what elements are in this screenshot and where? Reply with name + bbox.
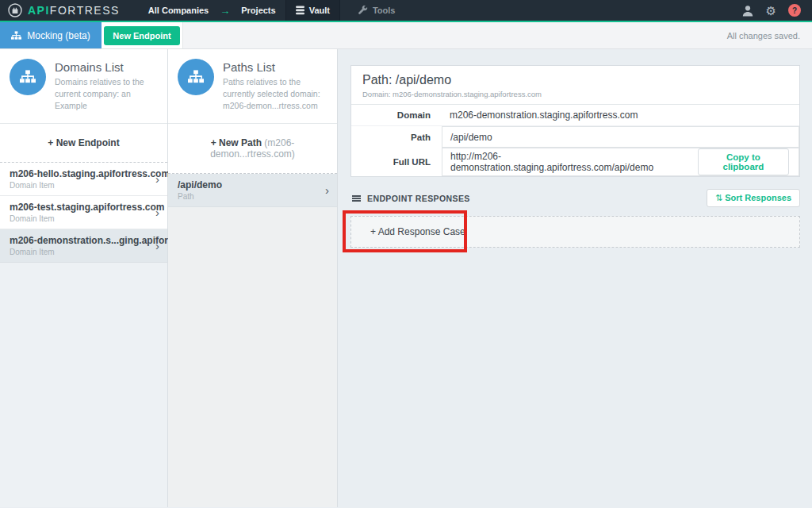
vault-database-icon [296,6,304,15]
settings-gear-icon[interactable]: ⚙ [766,5,776,17]
nav-projects-label: Projects [241,6,275,15]
topbar: APIFORTRESS All Companies → Projects Vau… [0,0,812,21]
domain-field-value: m206-demonstration.staging.apifortress.c… [442,105,799,125]
domains-badge [10,59,46,95]
domain-item-type: Domain Item [10,181,152,190]
domain-item-name: m206-hello.staging.apifortress.com [10,168,152,179]
paths-panel-header: Paths List Paths relatives to the curren… [168,49,337,124]
path-detail-card: Path: /api/demo Domain: m206-demonstrati… [350,65,800,177]
nav-projects[interactable]: Projects [232,0,285,21]
tab-mocking-beta[interactable]: Mocking (beta) [0,22,102,48]
chevron-right-icon: › [152,239,159,252]
copy-to-clipboard-button[interactable]: Copy to clipboard [698,148,789,175]
logo-text-api: API [28,4,50,17]
domains-panel-title: Domains List [55,60,158,74]
help-icon[interactable]: ? [788,4,801,17]
save-status: All changes saved. [727,22,812,48]
endpoint-responses-title: ENDPOINT RESPONSES [367,194,470,203]
domain-item-hello[interactable]: m206-hello.staging.apifortress.com Domai… [0,163,167,196]
paths-panel-title: Paths List [223,60,327,74]
paths-panel-subtitle: Paths relatives to the currently selecte… [223,76,327,113]
new-endpoint-segment: New Endpoint [102,22,183,48]
sort-arrows-icon: ⇅ [715,193,722,202]
new-endpoint-button[interactable]: New Endpoint [104,26,179,45]
full-url-field-box: http://m206-demonstration.staging.apifor… [442,148,799,176]
user-account-icon[interactable] [741,5,754,17]
path-field-label: Path [351,126,442,148]
domain-item-test[interactable]: m206-test.staging.apifortress.com Domain… [0,196,167,229]
chevron-right-icon: › [152,206,159,219]
responses-area: + Add Response Case [350,216,800,248]
nav-all-companies-label: All Companies [148,6,209,15]
full-url-field-row: Full URL http://m206-demonstration.stagi… [351,148,799,176]
path-detail-domain-subtitle: Domain: m206-demonstration.staging.apifo… [362,90,788,98]
path-field-input[interactable]: /api/demo [442,126,799,148]
nav-tools[interactable]: Tools [340,0,413,21]
domain-field-row: Domain m206-demonstration.staging.apifor… [351,105,799,126]
full-url-value: http://m206-demonstration.staging.apifor… [450,151,698,173]
domains-panel-subtitle: Domains relatives to the current company… [55,76,158,113]
path-detail-title: Path: /api/demo [362,73,788,87]
endpoint-responses-bar: ENDPOINT RESPONSES ⇅Sort Responses [350,189,800,207]
tools-wrench-icon [358,6,368,16]
full-url-field-label: Full URL [351,148,442,176]
path-detail-header: Path: /api/demo Domain: m206-demonstrati… [351,66,799,105]
path-field-row: Path /api/demo [351,126,799,148]
nav-tools-label: Tools [373,6,396,15]
paths-badge [178,59,214,95]
chevron-right-icon: › [322,183,329,197]
new-endpoint-row[interactable]: + New Endpoint [0,124,167,163]
chevron-right-icon: › [152,172,159,186]
path-item-type: Path [178,192,322,201]
path-item-name: /api/demo [178,179,322,190]
paths-panel: Paths List Paths relatives to the curren… [168,49,338,507]
domain-field-label: Domain [351,105,442,125]
domain-item-type: Domain Item [10,214,152,223]
nav-vault[interactable]: Vault [286,0,339,21]
sort-responses-label: Sort Responses [725,193,791,202]
sitemap-icon [20,70,36,84]
logo-text-fortress: FORTRESS [50,4,120,17]
nav-all-companies[interactable]: All Companies [139,0,218,21]
nav-vault-label: Vault [309,6,330,15]
sitemap-icon [188,70,204,84]
new-path-label: + New Path [211,137,262,148]
list-hamburger-icon [352,198,361,199]
domain-item-name: m206-test.staging.apifortress.com [10,202,152,213]
path-item-api-demo[interactable]: /api/demo Path › [168,174,337,207]
domain-item-demonstration[interactable]: m206-demonstration.s...ging.apifortress.… [0,229,167,263]
apifortress-logo-icon [8,3,22,17]
domain-item-type: Domain Item [10,248,152,256]
top-navigation: All Companies → Projects Vault Tools [139,0,413,21]
path-detail-panel: Path: /api/demo Domain: m206-demonstrati… [338,49,812,507]
sort-responses-button[interactable]: ⇅Sort Responses [707,189,800,207]
topbar-right-actions: ⚙ ? [741,0,812,21]
apifortress-logo[interactable]: APIFORTRESS [0,0,128,21]
new-path-row[interactable]: + New Path (m206-demon...rtress.com) [168,124,337,174]
sitemap-icon [11,31,21,40]
breadcrumb-arrow-icon: → [218,0,232,21]
add-response-case-button[interactable]: + Add Response Case [350,216,800,248]
domains-panel-header: Domains List Domains relatives to the cu… [0,49,167,124]
domain-item-name: m206-demonstration.s...ging.apifortress.… [10,235,152,246]
domains-panel: Domains List Domains relatives to the cu… [0,49,168,507]
tab-bar: Mocking (beta) New Endpoint All changes … [0,22,812,49]
tab-mocking-label: Mocking (beta) [27,30,90,41]
main-content: Domains List Domains relatives to the cu… [0,49,812,507]
